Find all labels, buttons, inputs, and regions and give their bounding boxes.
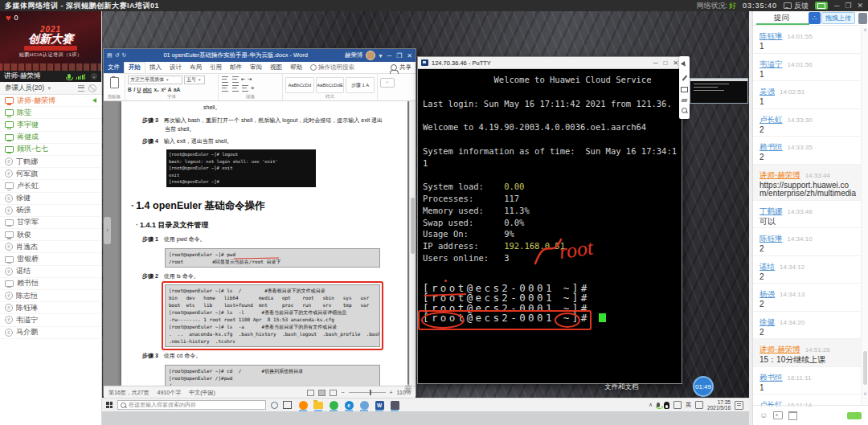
browser-taskbar-icon[interactable] xyxy=(358,398,371,411)
sort-list-icon[interactable] xyxy=(78,85,84,92)
chat-sender-name[interactable]: 陈钰琳 xyxy=(760,31,783,40)
chat-sender-name[interactable]: 谌结 xyxy=(760,262,775,271)
chevron-down-icon[interactable]: ⌄ xyxy=(91,73,97,80)
align-left-icon[interactable] xyxy=(222,85,228,92)
participant-row[interactable]: 赖书恒 xyxy=(0,278,101,290)
user-avatar[interactable] xyxy=(366,51,375,60)
eraser-tool-icon[interactable] xyxy=(681,99,687,102)
font-button-abc[interactable]: abc xyxy=(143,87,152,92)
participant-row[interactable]: 讲师-赫荣博 xyxy=(0,95,101,107)
terminal[interactable]: Welcome to Huawei Cloud Service Last log… xyxy=(418,69,682,384)
participant-row[interactable]: 谌结 xyxy=(0,266,101,278)
file-explorer-taskbar-icon[interactable] xyxy=(312,398,325,411)
ribbon-options-icon[interactable]: ▾ xyxy=(379,52,382,59)
participant-row[interactable]: 马介鹏 xyxy=(0,327,101,339)
putty-maximize-button[interactable]: □ xyxy=(663,59,667,67)
send-indicator[interactable] xyxy=(847,412,862,419)
ribbon-tab-7[interactable]: 审阅 xyxy=(246,62,266,73)
putty-window[interactable]: 124.70.36.46 - PuTTY ─ □ ✕ Welcome to Hu… xyxy=(417,56,682,384)
tray-app-icon[interactable] xyxy=(674,401,682,409)
panel-corner-icon[interactable] xyxy=(858,13,867,24)
ribbon-tab-4[interactable]: 布局 xyxy=(186,62,206,73)
mute-all-icon[interactable] xyxy=(88,84,96,92)
font-button-x²[interactable]: x² xyxy=(161,87,166,92)
word-scrollbar[interactable] xyxy=(409,101,416,386)
participant-row[interactable]: 韦溢宁 xyxy=(0,314,101,326)
chat-message[interactable]: 陈钰琳14:34:102 xyxy=(753,228,868,256)
feedback-button[interactable]: 反馈 xyxy=(784,1,809,11)
chat-message[interactable]: 讲师-赫荣博14:51:2615：10分继续上课 xyxy=(753,339,868,367)
participant-row[interactable]: 徐健 xyxy=(0,193,101,205)
start-button[interactable] xyxy=(106,402,113,408)
pointer-tool-icon[interactable] xyxy=(680,61,688,70)
rectangle-tool-icon[interactable] xyxy=(681,87,688,92)
font-button-B[interactable]: B xyxy=(128,87,132,92)
maximize-button[interactable]: ❐ xyxy=(845,0,851,11)
chat-message[interactable]: 徐健14:34:202 xyxy=(753,312,868,340)
chat-sender-name[interactable]: 韦溢宁 xyxy=(760,59,783,68)
read-mode-icon[interactable] xyxy=(307,390,314,396)
screen-share-active-icon[interactable] xyxy=(815,2,828,10)
task-view-icon[interactable] xyxy=(283,401,292,409)
putty-taskbar-icon[interactable] xyxy=(388,398,401,411)
tray-mic-icon[interactable] xyxy=(657,403,660,407)
instructor-video-thumbnail[interactable]: ♥ 0 2021 创新大赛 鲲鹏HCIA认证培训（1班） xyxy=(0,11,101,71)
font-size-box[interactable]: 五号▼ xyxy=(184,76,205,84)
style-card-2[interactable]: 步骤 1 A xyxy=(346,77,375,93)
chat-sender-name[interactable]: 讲师-赫荣博 xyxy=(760,170,800,179)
chat-sender-name[interactable]: 陈钰琳 xyxy=(760,234,783,243)
pen-tool-icon[interactable] xyxy=(682,76,686,81)
cortana-icon[interactable] xyxy=(271,402,278,409)
font-button-aA[interactable]: aA xyxy=(174,87,180,92)
ime-icon[interactable] xyxy=(695,401,703,409)
participant-row[interactable]: 何军旗 xyxy=(0,168,101,180)
ribbon-tab-10[interactable]: 操作说明搜索 xyxy=(306,62,358,73)
magnifier-tool-icon[interactable] xyxy=(682,108,687,113)
desktop-icon-label[interactable]: 文件和文档 xyxy=(604,382,639,392)
quick-access-toolbar[interactable]: ▤↺↻ xyxy=(107,52,126,59)
paste-icon[interactable] xyxy=(110,77,119,88)
chat-message[interactable]: 赖书恒16:11:111 xyxy=(753,367,868,395)
chat-message[interactable]: 杨强14:34:132 xyxy=(753,284,868,312)
chat-sender-name[interactable]: 丁鹤娜 xyxy=(760,206,783,215)
style-card-0[interactable]: AaBbCcDd xyxy=(285,77,314,93)
participant-row[interactable]: 耿俊 xyxy=(0,229,101,241)
chat-message[interactable]: 卢长虹14:33:302 xyxy=(753,109,868,137)
font-button-I[interactable]: I xyxy=(133,87,135,92)
align-center-icon[interactable] xyxy=(232,85,239,92)
screenshot-icon[interactable] xyxy=(788,411,797,420)
word-minimize-button[interactable]: ─ xyxy=(387,52,391,59)
caret-down-icon[interactable]: ▼ xyxy=(47,86,51,91)
desktop-icon-label-partial[interactable]: 夹 xyxy=(405,383,412,393)
chat-sender-name[interactable]: 讲师-赫荣博 xyxy=(760,345,800,353)
chat-message[interactable]: 谌结14:34:122 xyxy=(753,256,868,284)
bullet-list-icon[interactable] xyxy=(222,76,228,83)
ribbon-search-icon[interactable]: ⌕ xyxy=(380,78,395,88)
ribbon-tab-6[interactable]: 邮件 xyxy=(226,62,246,73)
font-button-A[interactable]: A xyxy=(168,87,172,92)
ribbon-tab-1[interactable]: 开始 xyxy=(124,62,145,73)
chat-sender-name[interactable]: 杨强 xyxy=(760,289,775,298)
zoom-slider[interactable] xyxy=(349,392,386,394)
participant-row[interactable]: 杨强 xyxy=(0,205,101,217)
print-layout-icon[interactable] xyxy=(318,390,326,396)
tray-expand-icon[interactable]: ∧ xyxy=(649,402,653,408)
collapse-left-handle[interactable]: ‹ xyxy=(104,217,111,244)
language-status[interactable]: 中文(中国) xyxy=(189,389,215,397)
font-name-box[interactable]: 方正兰亭黑简体▼ xyxy=(128,76,182,84)
line-spacing-icon[interactable]: ≡ xyxy=(252,85,255,92)
chat-scrollbar[interactable]: ∧ ∨ xyxy=(861,25,868,406)
image-upload-icon[interactable] xyxy=(773,411,783,419)
drag-upload-button[interactable]: ∴ 拖拽上传 xyxy=(809,12,855,24)
chat-sender-name[interactable]: 赖书恒 xyxy=(760,142,783,151)
word-title-bar[interactable]: ▤↺↻ 01 openEuler基础操作实验手册-华为云版.docx - Wor… xyxy=(104,49,416,62)
qq-icon[interactable] xyxy=(664,402,669,409)
chat-sender-name[interactable]: 赖书恒 xyxy=(760,373,783,382)
participant-row[interactable]: 陈志恒 xyxy=(0,290,101,302)
participant-row[interactable]: 卢长虹 xyxy=(0,180,101,192)
close-button[interactable]: ✕ xyxy=(857,0,863,11)
word-close-button[interactable]: ✕ xyxy=(407,52,412,59)
emoji-icon[interactable]: ☺ xyxy=(760,411,768,419)
ribbon-tab-8[interactable]: 视图 xyxy=(266,62,286,73)
zoom-slider-thumb[interactable] xyxy=(370,390,372,395)
